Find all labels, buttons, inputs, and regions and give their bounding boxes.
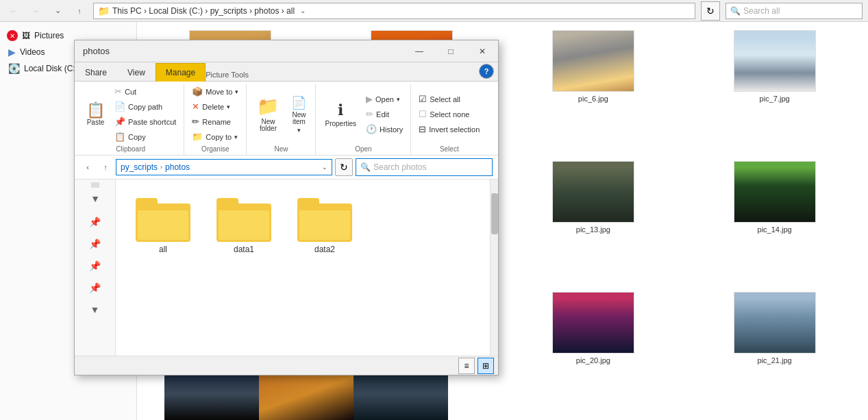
folder-data1[interactable]: data1 bbox=[210, 193, 277, 259]
folder-data2-icon bbox=[297, 198, 352, 242]
photo-label-pic7: pic_7.jpg bbox=[760, 95, 790, 103]
view-icon-button[interactable]: ⊞ bbox=[478, 358, 494, 374]
back-button[interactable]: ← bbox=[5, 3, 22, 19]
clipboard-btns: 📋 Paste ✂ Cut 📄 Copy path bbox=[82, 84, 179, 144]
new-item-chevron: ▾ bbox=[297, 127, 301, 134]
forward-button[interactable]: → bbox=[27, 3, 44, 19]
view-list-button[interactable]: ≡ bbox=[458, 358, 475, 374]
videos-icon: ▶ bbox=[8, 47, 16, 58]
paste-shortcut-button[interactable]: 📌 Paste shortcut bbox=[111, 114, 179, 129]
select-none-button[interactable]: ☐ Select none bbox=[415, 107, 483, 121]
cut-label: Cut bbox=[125, 88, 136, 96]
delete-button[interactable]: ✕ Delete ▾ bbox=[188, 99, 242, 114]
copy-path-label: Copy path bbox=[128, 103, 162, 111]
scroll-up-button[interactable]: ▲ bbox=[86, 190, 105, 210]
folder-all-inner bbox=[138, 210, 188, 240]
paste-icon: 📋 bbox=[86, 103, 105, 118]
properties-icon: ℹ bbox=[338, 101, 343, 119]
pin-button-2[interactable]: 📌 bbox=[86, 234, 105, 254]
folder-data1-inner bbox=[219, 210, 269, 240]
edit-button[interactable]: ✏ Edit bbox=[362, 107, 406, 121]
bg-titlebar: ← → ⌄ ↑ 📁 This PC › Local Disk (C:) › py… bbox=[0, 0, 868, 22]
picture-tools-label: Picture Tools bbox=[206, 62, 479, 81]
paste-button[interactable]: 📋 Paste bbox=[82, 97, 110, 132]
tab-manage[interactable]: Manage bbox=[156, 63, 206, 82]
pin-button-1[interactable]: 📌 bbox=[86, 212, 105, 232]
photo-cell-pic21[interactable]: pic_21.jpg bbox=[684, 286, 865, 417]
folder-data1-icon bbox=[216, 198, 271, 242]
move-to-button[interactable]: 📦 Move to ▾ bbox=[188, 84, 242, 99]
recent-locations-button[interactable]: ⌄ bbox=[49, 3, 66, 19]
minimize-button[interactable]: — bbox=[404, 40, 435, 62]
open-button[interactable]: ▶ Open ▾ bbox=[362, 92, 406, 106]
tab-view[interactable]: View bbox=[117, 63, 156, 82]
organise-group-label: Organise bbox=[188, 144, 242, 155]
modal-back-button[interactable]: ‹ bbox=[80, 160, 95, 175]
rename-button[interactable]: ✏ Rename bbox=[188, 114, 242, 129]
sidebar-close-icon: ✕ bbox=[7, 30, 18, 41]
delete-icon: ✕ bbox=[192, 101, 199, 112]
folder-data2[interactable]: data2 bbox=[291, 193, 358, 259]
history-button[interactable]: 🕐 History bbox=[362, 122, 406, 136]
pictures-label: Pictures bbox=[34, 31, 64, 40]
folder-all[interactable]: all bbox=[129, 193, 197, 259]
search-all-box[interactable]: 🔍 Search all bbox=[726, 3, 863, 19]
new-folder-icon: 📁 bbox=[257, 96, 279, 117]
new-folder-button[interactable]: 📁 Newfolder bbox=[251, 97, 285, 132]
breadcrumb-chevron-1: › bbox=[160, 164, 162, 171]
paste-shortcut-label: Paste shortcut bbox=[128, 118, 176, 126]
photo-label-pic14: pic_14.jpg bbox=[758, 225, 792, 234]
modal-up-button[interactable]: ↑ bbox=[98, 160, 113, 175]
scroll-down-button[interactable]: ▼ bbox=[86, 300, 105, 319]
breadcrumb-dropdown-chevron[interactable]: ⌄ bbox=[322, 164, 327, 171]
select-none-icon: ☐ bbox=[419, 109, 427, 119]
help-button[interactable]: ? bbox=[479, 64, 494, 79]
local-disk-label: Local Disk (C:) bbox=[24, 64, 78, 73]
properties-button[interactable]: ℹ Properties bbox=[320, 97, 361, 132]
modal-window: photos — □ ✕ Share View Manage Picture T… bbox=[74, 40, 499, 375]
copy-to-button[interactable]: 📁 Copy to ▾ bbox=[188, 129, 242, 144]
photo-cell-pic14[interactable]: pic_14.jpg bbox=[684, 156, 865, 286]
address-bar[interactable]: 📁 This PC › Local Disk (C:) › py_scripts… bbox=[93, 3, 695, 19]
photo-cell-pic20[interactable]: pic_20.jpg bbox=[503, 286, 684, 417]
modal-scrollbar[interactable] bbox=[490, 180, 498, 356]
photo-cell-pic6[interactable]: pic_6.jpg bbox=[503, 25, 684, 156]
photo-thumb-pic7 bbox=[734, 30, 816, 92]
close-button[interactable]: ✕ bbox=[467, 40, 498, 62]
modal-breadcrumb[interactable]: py_scripts › photos ⌄ bbox=[116, 159, 332, 175]
strip-photo-c bbox=[354, 368, 448, 420]
select-all-button[interactable]: ☑ Select all bbox=[415, 92, 483, 106]
new-item-button[interactable]: 📄 Newitem ▾ bbox=[286, 97, 311, 132]
tab-share[interactable]: Share bbox=[75, 63, 117, 82]
select-all-label: Select all bbox=[430, 95, 460, 103]
cut-button[interactable]: ✂ Cut bbox=[111, 84, 179, 99]
modal-statusbar: ≡ ⊞ bbox=[75, 356, 498, 375]
photo-cell-pic13[interactable]: pic_13.jpg bbox=[503, 156, 684, 286]
select-all-icon: ☑ bbox=[419, 94, 427, 104]
address-chevron[interactable]: ⌄ bbox=[297, 5, 308, 16]
strip-photo-a bbox=[164, 368, 259, 420]
invert-selection-button[interactable]: ⊟ Invert selection bbox=[415, 122, 483, 136]
ribbon-tabs: Share View Manage Picture Tools ? bbox=[75, 62, 498, 82]
photo-thumb-pic21 bbox=[734, 292, 816, 354]
maximize-button[interactable]: □ bbox=[435, 40, 467, 62]
open-label: Open bbox=[375, 95, 394, 103]
copy-button[interactable]: 📋 Copy bbox=[111, 129, 179, 144]
move-to-icon: 📦 bbox=[192, 86, 203, 97]
delete-label: Delete bbox=[202, 103, 224, 111]
folder-data1-label: data1 bbox=[234, 245, 254, 254]
up-button[interactable]: ↑ bbox=[71, 3, 88, 19]
modal-refresh-button[interactable]: ↻ bbox=[335, 158, 353, 176]
copy-to-chevron: ▾ bbox=[234, 134, 238, 140]
pin-button-3[interactable]: 📌 bbox=[86, 256, 105, 275]
copy-path-button[interactable]: 📄 Copy path bbox=[111, 99, 179, 114]
search-photos-placeholder: Search photos bbox=[373, 162, 426, 172]
photo-thumb-pic14 bbox=[734, 161, 816, 223]
photo-label-pic6: pic_6.jpg bbox=[578, 95, 608, 103]
photo-cell-pic7[interactable]: pic_7.jpg bbox=[684, 25, 865, 156]
refresh-button[interactable]: ↻ bbox=[701, 1, 720, 21]
breadcrumb-py-scripts: py_scripts bbox=[121, 162, 158, 172]
pin-button-4[interactable]: 📌 bbox=[86, 278, 105, 297]
modal-search-box[interactable]: 🔍 Search photos bbox=[356, 158, 493, 176]
scrollbar-up-area[interactable] bbox=[91, 182, 99, 188]
